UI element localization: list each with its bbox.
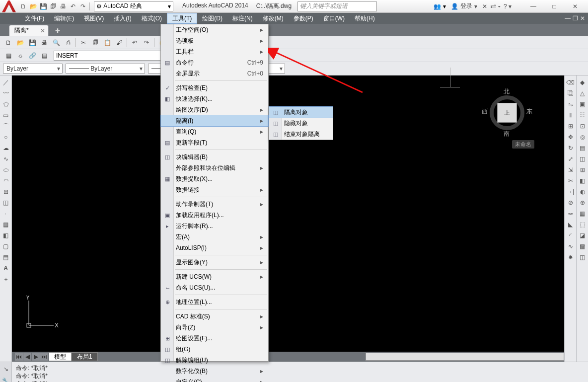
rectangle-icon[interactable]: ▭ [1,110,11,120]
named-view-label[interactable]: 未命名 [512,140,534,149]
point-icon[interactable]: · [1,209,11,219]
block-icon[interactable]: ▦ [3,50,14,61]
exchange-icon[interactable]: ✕ [482,3,487,10]
offset-icon[interactable]: ⫴ [566,110,576,120]
qat-undo-icon[interactable]: ↶ [69,2,77,11]
menu-item-显示图像(Y)[interactable]: 显示图像(Y)▸ [161,257,268,268]
polyline-icon[interactable]: 〰 [1,88,11,98]
menu-item-快速选择(K)...[interactable]: ◧快速选择(K)... [161,93,268,104]
mdi-restore-icon[interactable]: ❐ [573,15,578,22]
tab-first-icon[interactable]: ⏮ [15,353,23,361]
viewcube-west[interactable]: 西 [482,107,488,116]
palette14-icon[interactable]: ⬚ [578,220,588,229]
gradient-icon[interactable]: ◧ [1,230,11,240]
menu-视图(V)[interactable]: 视图(V) [79,13,109,24]
rotate-icon[interactable]: ↻ [566,143,576,153]
palette2-icon[interactable]: △ [578,88,588,98]
new-icon[interactable]: 🗋 [3,37,14,48]
copy-icon[interactable]: ⿻ [566,88,576,98]
menu-item-工具栏[interactable]: 工具栏▸ [161,46,268,57]
menu-修改(M)[interactable]: 修改(M) [258,13,289,24]
circle-icon[interactable]: ○ [1,132,11,142]
scale-icon[interactable]: ⤢ [566,154,576,164]
menu-item-解除编组(U)[interactable]: ◫解除编组(U) [161,355,268,366]
insertblock-icon[interactable]: ⊞ [1,187,11,197]
spline-icon[interactable]: ∿ [1,154,11,164]
arc-icon[interactable]: ⌒ [1,121,11,131]
array-icon[interactable]: ⊞ [566,121,576,131]
cmd-settings-icon[interactable]: 🔧 [1,376,11,382]
qat-print-icon[interactable]: 🖶 [59,2,68,11]
blend-icon[interactable]: ∿ [566,241,576,251]
qat-redo-icon[interactable]: ↷ [78,2,87,11]
qat-open-icon[interactable]: 📂 [29,2,38,11]
menu-item-结束对象隔离[interactable]: ◫结束对象隔离 [269,129,333,140]
menu-item-动作录制器(T)[interactable]: 动作录制器(T)▸ [161,199,268,210]
cmd-recent-icon[interactable]: ↘ [1,364,11,374]
login-button[interactable]: 👤 登录 ▾ [451,2,477,10]
viewcube-face[interactable]: 上 [497,103,517,123]
infocenter-search-icon[interactable]: 👥 ▾ [434,3,445,10]
app-logo[interactable] [2,0,16,12]
menu-item-隔离(I)[interactable]: 隔离(I)▸ [161,115,268,126]
chamfer-icon[interactable]: ◣ [566,220,576,229]
menu-item-新建 UCS(W)[interactable]: 新建 UCS(W)▸ [161,271,268,282]
view-cube[interactable]: 上 北 南 东 西 [480,85,534,140]
grid-icon[interactable]: ▤ [39,50,50,61]
hatch-icon[interactable]: ▦ [1,220,11,229]
mirror-icon[interactable]: ⇋ [566,99,576,109]
print-icon[interactable]: 🖶 [39,37,50,48]
makeblock-icon[interactable]: ◫ [1,198,11,208]
menu-编辑(E)[interactable]: 编辑(E) [49,13,79,24]
mdi-min-icon[interactable]: — [565,15,571,22]
menu-item-外部参照和块在位编辑[interactable]: 外部参照和块在位编辑▸ [161,162,268,173]
menu-item-命令行[interactable]: ▤命令行Ctrl+9 [161,57,268,68]
menu-item-绘图设置(F)...[interactable]: ⊞绘图设置(F)... [161,333,268,344]
xref-icon[interactable]: 🔗 [27,50,38,61]
menu-item-拼写检查(E)[interactable]: ✓拼写检查(E) [161,82,268,93]
menu-格式(O)[interactable]: 格式(O) [137,13,167,24]
menu-item-数据提取(X)...[interactable]: ▦数据提取(X)... [161,173,268,184]
viewcube-north[interactable]: 北 [504,87,510,96]
trim-icon[interactable]: ✂ [566,176,576,186]
move-icon[interactable]: ✥ [566,132,576,142]
stayconnected-icon[interactable]: ⮂ ▾ [490,3,501,10]
tab-last-icon[interactable]: ⏭ [40,353,48,361]
color-combo[interactable]: ByLayer [3,64,63,74]
command-field[interactable]: INSERT [54,51,163,61]
region-icon[interactable]: ▢ [1,241,11,251]
copy-icon[interactable]: 🗐 [90,37,101,48]
minimize-button[interactable]: — [523,1,543,11]
horizontal-scrollbar[interactable] [366,353,564,361]
preview-icon[interactable]: 🔍 [51,37,62,48]
menu-item-块编辑器(B)[interactable]: ◫块编辑器(B) [161,152,268,162]
maximize-button[interactable]: □ [544,1,564,11]
menu-文件(F)[interactable]: 文件(F) [20,13,49,24]
workspace-selector[interactable]: ⚙ AutoCAD 经典 ▾ [94,1,173,11]
menu-item-宏(A)[interactable]: 宏(A)▸ [161,231,268,242]
menu-item-隔离对象[interactable]: ◫隔离对象 [269,107,333,118]
stretch-icon[interactable]: ⇲ [566,165,576,175]
document-tab[interactable]: 隔离* ✕ [9,25,49,36]
tab-model[interactable]: 模型 [49,352,72,361]
menu-插入(I)[interactable]: 插入(I) [109,13,136,24]
palette7-icon[interactable]: ▤ [578,143,588,153]
erase-icon[interactable]: ⌫ [566,77,576,87]
break-icon[interactable]: ⊘ [566,198,576,208]
viewcube-south[interactable]: 南 [504,130,510,138]
menu-item-选项板[interactable]: 选项板▸ [161,35,268,46]
save-icon[interactable]: 💾 [27,37,38,48]
help-search-input[interactable]: 键入关键字或短语 [297,1,377,11]
palette15-icon[interactable]: ◪ [578,230,588,240]
palette8-icon[interactable]: ◫ [578,154,588,164]
menu-标注(N)[interactable]: 标注(N) [227,13,258,24]
fillet-icon[interactable]: ◜ [566,230,576,240]
polygon-icon[interactable]: ⬠ [1,99,11,109]
palette16-icon[interactable]: ▩ [578,241,588,251]
explode-icon[interactable]: ✸ [566,252,576,262]
menu-工具(T)[interactable]: 工具(T) [167,13,197,24]
ellipsearc-icon[interactable]: ◠ [1,176,11,186]
help-icon[interactable]: ? ▾ [504,3,512,10]
tab-prev-icon[interactable]: ◀ [23,353,31,361]
viewcube-east[interactable]: 东 [526,107,532,116]
